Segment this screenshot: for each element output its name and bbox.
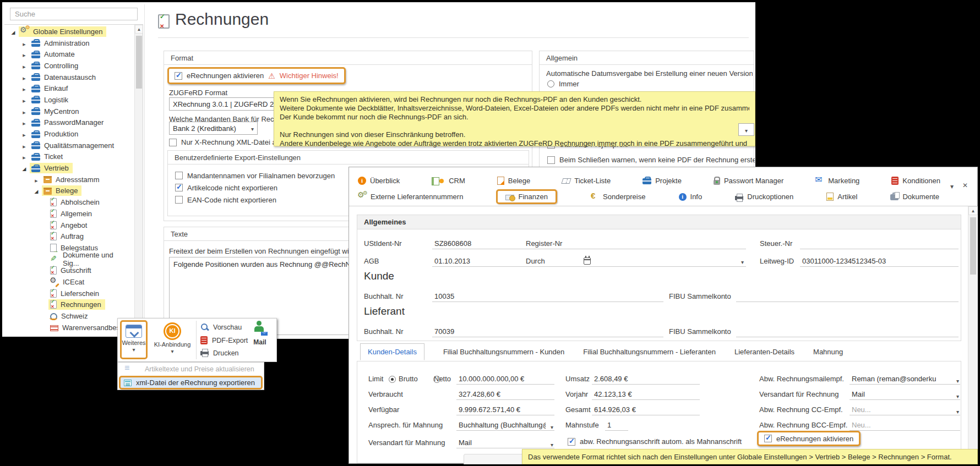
tree-expander-icon[interactable] xyxy=(20,73,29,81)
tree-expander-icon[interactable] xyxy=(20,62,29,70)
drucken-button[interactable]: Drucken xyxy=(200,349,239,357)
ki-anbindung-button[interactable]: KI-Anbindung xyxy=(151,320,194,359)
abw-bcc-field[interactable]: Neu... xyxy=(850,420,960,431)
window-close-icon[interactable] xyxy=(962,182,968,189)
tree-item[interactable]: Angebot xyxy=(4,220,133,231)
immer-radio[interactable] xyxy=(547,80,554,87)
tree-item[interactable]: Rechnungen xyxy=(4,299,133,311)
tree-item[interactable]: PasswordManager xyxy=(4,117,133,129)
register-field[interactable] xyxy=(568,238,746,249)
tree-scrollbar-thumb[interactable] xyxy=(136,36,142,89)
tree-expander-icon[interactable] xyxy=(20,130,29,138)
tree-item[interactable]: Auftrag xyxy=(4,231,133,242)
tree-expander-icon[interactable] xyxy=(20,50,29,58)
panel-splitter[interactable] xyxy=(144,4,145,337)
detail-tab[interactable]: Belege xyxy=(497,177,530,185)
versandart-mahnung-select[interactable]: Mail xyxy=(456,437,554,448)
window-scrollbar-thumb[interactable] xyxy=(970,217,976,275)
kunde-fibu-field[interactable] xyxy=(736,291,959,302)
tree-item[interactable]: Vertrieb xyxy=(4,162,133,174)
subtab[interactable]: Kunden-Details xyxy=(360,343,424,360)
tree-item[interactable]: Logistik xyxy=(4,94,133,106)
subtab[interactable]: Filial Buchhaltungsnummern - Lieferanten xyxy=(583,344,716,360)
export-option-checkbox[interactable] xyxy=(175,172,183,179)
detail-tab[interactable]: Dokumente xyxy=(890,193,939,201)
vorschau-button[interactable]: Vorschau xyxy=(200,323,242,331)
detail-tab[interactable]: Marketing xyxy=(815,177,859,185)
tree-item[interactable]: Dokumente und Sig... xyxy=(4,254,133,265)
schliessen-warnen-checkbox-row[interactable]: Beim Schließen warnen, wenn keine PDF de… xyxy=(547,156,755,164)
abw-mail-select[interactable]: Reman (reman@sonderku xyxy=(850,374,960,385)
tree-item[interactable]: Qualitätsmanagement xyxy=(4,140,133,151)
verfugbar-field[interactable]: 9.999.672.571,40 € xyxy=(456,404,554,415)
versandart-rechnung-select[interactable]: Mail xyxy=(850,389,960,400)
schliessen-warnen-checkbox[interactable] xyxy=(547,156,555,164)
subtab[interactable]: Mahnung xyxy=(813,344,843,360)
tree-item[interactable]: Belege xyxy=(4,185,133,197)
tree-expander-icon[interactable] xyxy=(20,152,29,161)
immer-radio-row[interactable]: Immer xyxy=(547,80,579,88)
durch-field[interactable] xyxy=(568,256,746,267)
kunde-buchhalt-field[interactable]: 10035 xyxy=(432,291,663,302)
tree-expander-icon[interactable] xyxy=(9,28,18,36)
detail-tab[interactable]: Sonderpreise xyxy=(590,193,645,201)
tree-expander-icon[interactable] xyxy=(20,118,29,127)
artikeltexte-menu-item[interactable]: Artikeltexte und Preise aktualisieren xyxy=(124,365,254,373)
tree-expander-icon[interactable] xyxy=(32,176,41,184)
detail-tab[interactable]: Überblick xyxy=(358,177,400,185)
xml-only-checkbox[interactable] xyxy=(169,139,177,146)
subtab[interactable]: Filial Buchhaltungsnummern - Kunden xyxy=(443,344,564,360)
detail-tab[interactable]: Info xyxy=(679,193,703,201)
gesamt-field[interactable]: 614.926,03 € xyxy=(592,404,700,415)
pdf-export-button[interactable]: PDF-Export xyxy=(200,336,248,344)
detail-tab[interactable]: Finanzen xyxy=(496,189,557,204)
weiteres-button[interactable]: Weiteres xyxy=(120,320,148,359)
detail-tab[interactable]: Druckoptionen xyxy=(735,193,793,201)
tree-item[interactable]: ICEcat xyxy=(4,276,133,288)
detail-tab[interactable]: Ticket-Liste xyxy=(562,177,611,185)
tree-expander-icon[interactable] xyxy=(20,96,29,104)
tree-item[interactable]: Datenaustausch xyxy=(4,72,133,83)
tree-item[interactable]: Abholschein xyxy=(4,196,133,208)
window-scrollbar[interactable]: ▲ xyxy=(968,206,978,464)
export-option-checkbox[interactable] xyxy=(175,184,183,191)
vorjahr-field[interactable]: 42.123,13 € xyxy=(592,389,700,400)
umsatz-field[interactable]: 2.608,49 € xyxy=(592,374,700,385)
warning-hint-link[interactable]: Wichtiger Hinweis! xyxy=(280,72,339,80)
brutto-radio[interactable] xyxy=(389,376,396,383)
lieferant-fibu-field[interactable] xyxy=(736,326,959,337)
scroll-up-icon[interactable]: ▲ xyxy=(968,206,978,215)
tree-item[interactable]: Automate xyxy=(4,48,133,60)
abw-anschrift-checkbox-row[interactable]: abw. Rechnungsanschrift autom. als Mahna… xyxy=(568,437,742,446)
mahnstufe-field[interactable]: 1 xyxy=(605,420,628,431)
tree-expander-icon[interactable] xyxy=(20,107,29,116)
tree-item[interactable]: Allgemein xyxy=(4,208,133,220)
abw-anschrift-checkbox[interactable] xyxy=(568,438,575,446)
tree-item[interactable]: Administration xyxy=(4,37,133,49)
tree-item[interactable]: Lieferschein xyxy=(4,288,133,299)
erechnungen-aktivieren-checkbox[interactable] xyxy=(764,435,772,442)
detail-tab[interactable]: Passwort Manager xyxy=(714,177,783,185)
leitweg-field[interactable]: 03011000-1234512345-03 xyxy=(800,256,959,267)
tree-item[interactable]: Schweiz xyxy=(4,310,133,322)
limit-field[interactable]: 10.000.000.000,00 € xyxy=(456,374,554,385)
xml-export-menu-item[interactable]: xml-Datei der eRechnung exportieren xyxy=(119,376,263,390)
detail-tab[interactable]: CRM xyxy=(432,177,465,185)
tree-item[interactable]: Einkauf xyxy=(4,83,133,94)
detail-tab[interactable]: Projekte xyxy=(643,177,682,185)
verbraucht-field[interactable]: 327.428,60 € xyxy=(456,389,554,400)
mandanten-bank-select[interactable]: Bank 2 (Kreditbank) xyxy=(169,122,258,135)
detail-tab[interactable]: Konditionen xyxy=(891,177,940,185)
tree-item[interactable]: Globale Einstellungen xyxy=(4,26,133,37)
tree-expander-icon[interactable] xyxy=(20,84,29,92)
detail-tab[interactable]: Externe Lieferantennummern xyxy=(358,193,463,201)
tree-item[interactable]: MyCentron xyxy=(4,106,133,117)
steuer-field[interactable] xyxy=(800,238,959,249)
tree-expander-icon[interactable] xyxy=(20,164,29,172)
tree-expander-icon[interactable] xyxy=(32,187,41,195)
ansprech-mahnung-select[interactable]: Buchhaltung (Buchhaltung@ xyxy=(456,420,554,431)
tree-item[interactable]: Produktion xyxy=(4,128,133,140)
search-input[interactable] xyxy=(10,8,138,20)
tree-scrollbar[interactable]: ▲ xyxy=(134,25,143,336)
lieferant-buchhalt-field[interactable]: 70039 xyxy=(432,326,663,337)
